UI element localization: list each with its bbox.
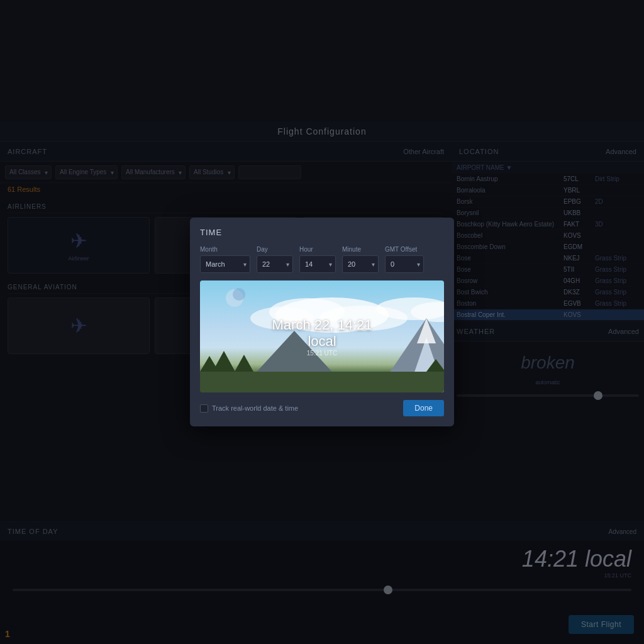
hour-group: Hour 14 — [299, 246, 336, 273]
minute-select-wrapper: 20 — [342, 255, 379, 273]
time-controls: Month March Day 22 Hour — [200, 246, 444, 273]
svg-marker-8 — [376, 318, 444, 392]
minute-select[interactable]: 20 — [342, 255, 379, 273]
gmt-label: GMT Offset — [385, 246, 424, 253]
day-group: Day 22 — [257, 246, 293, 273]
month-label: Month — [200, 246, 250, 253]
track-checkbox-text: Track real-world date & time — [212, 404, 298, 412]
svg-marker-16 — [426, 359, 444, 372]
gmt-select-wrapper: 0 — [385, 255, 424, 273]
svg-rect-12 — [200, 372, 444, 392]
time-modal-title: TIME — [200, 228, 444, 237]
day-select-wrapper: 22 — [257, 255, 293, 273]
month-group: Month March — [200, 246, 250, 273]
day-select[interactable]: 22 — [257, 255, 293, 273]
day-label: Day — [257, 246, 293, 253]
month-select[interactable]: March — [200, 255, 250, 273]
track-real-world-checkbox[interactable] — [200, 404, 208, 413]
hour-select-wrapper: 14 — [299, 255, 336, 273]
hour-label: Hour — [299, 246, 336, 253]
svg-point-4 — [376, 297, 444, 320]
time-modal: TIME Month March Day 22 — [190, 218, 454, 426]
modal-footer: Track real-world date & time Done — [200, 400, 444, 416]
hour-select[interactable]: 14 — [299, 255, 336, 273]
sky-preview: March 22, 14:21 local 15:21 UTC — [200, 280, 444, 392]
svg-marker-15 — [235, 355, 253, 372]
gmt-select[interactable]: 0 — [385, 255, 424, 273]
sky-time-overlay: March 22, 14:21 local 15:21 UTC — [261, 317, 383, 357]
sky-time-utc: 15:21 UTC — [261, 350, 383, 357]
svg-point-5 — [411, 302, 444, 322]
svg-marker-14 — [213, 351, 235, 372]
svg-marker-13 — [200, 356, 219, 372]
month-select-wrapper: March — [200, 255, 250, 273]
minute-group: Minute 20 — [342, 246, 379, 273]
svg-marker-9 — [408, 337, 444, 392]
gmt-group: GMT Offset 0 — [385, 246, 424, 273]
svg-point-7 — [233, 288, 245, 301]
minute-label: Minute — [342, 246, 379, 253]
modal-overlay: TIME Month March Day 22 — [0, 0, 644, 644]
svg-marker-10 — [417, 318, 436, 343]
done-button[interactable]: Done — [403, 400, 444, 416]
svg-point-6 — [226, 289, 243, 307]
track-checkbox-label[interactable]: Track real-world date & time — [200, 404, 298, 413]
sky-time-main: March 22, 14:21 local — [261, 317, 383, 350]
